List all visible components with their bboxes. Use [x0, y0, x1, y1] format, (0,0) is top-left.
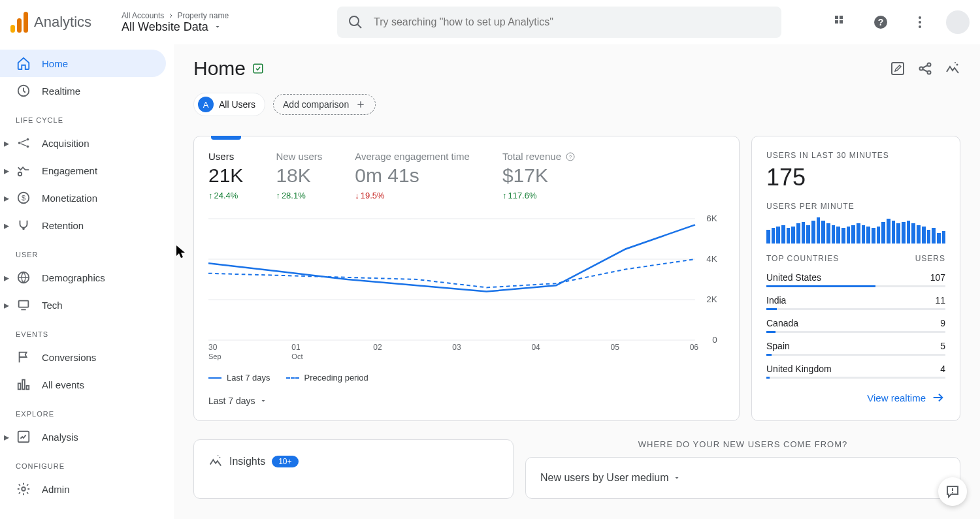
svg-point-3 [350, 16, 359, 25]
realtime-value: 175 [766, 164, 945, 191]
svg-point-35 [955, 62, 956, 63]
svg-line-4 [357, 24, 361, 28]
search-box[interactable] [337, 7, 781, 38]
svg-rect-30 [892, 63, 904, 74]
nav-analysis[interactable]: ▸ Analysis [0, 423, 174, 450]
insights-label: Insights [229, 456, 265, 467]
expand-icon[interactable]: ▸ [4, 272, 9, 284]
dropdown-icon [673, 474, 681, 482]
nav-home[interactable]: Home [0, 50, 166, 77]
nav-all-events[interactable]: All events [0, 371, 174, 398]
acquisition-section: WHERE DO YOUR NEW USERS COME FROM? New u… [525, 439, 960, 499]
nav-conversions[interactable]: Conversions [0, 343, 174, 371]
chevron-right-icon [167, 12, 174, 20]
nav-admin[interactable]: Admin [0, 475, 174, 503]
chart-x-labels: 30Sep01Oct0203040506 [208, 343, 725, 361]
medium-selector[interactable]: New users by User medium [540, 472, 945, 484]
svg-point-11 [919, 16, 921, 19]
header-actions: ? [828, 9, 970, 35]
expand-icon[interactable]: ▸ [4, 219, 9, 232]
globe-icon [16, 270, 31, 285]
customize-icon[interactable] [890, 61, 906, 76]
user-avatar[interactable] [946, 10, 970, 34]
arrow-up-icon: ↑ [276, 191, 280, 200]
apps-button[interactable] [828, 9, 855, 35]
spark-bar [922, 227, 926, 244]
feedback-button[interactable] [938, 477, 967, 506]
breadcrumb-view[interactable]: All Website Data [122, 20, 318, 34]
expand-icon[interactable]: ▸ [4, 431, 9, 443]
search-icon [348, 14, 363, 30]
help-circle-icon[interactable]: ? [565, 151, 576, 162]
nav-realtime[interactable]: Realtime [0, 77, 174, 104]
flag-icon [16, 349, 31, 365]
line-chart: 6K 4K 2K 0 [208, 212, 725, 343]
arrow-up-icon: ↑ [208, 191, 213, 200]
metric-new-users[interactable]: New users 18K ↑28.1% [276, 151, 355, 200]
feedback-icon [945, 484, 960, 499]
countries-header: TOP COUNTRIES USERS [766, 254, 945, 267]
nav-acquisition[interactable]: ▸ Acquisition [0, 129, 174, 157]
expand-icon[interactable]: ▸ [4, 137, 9, 149]
spark-bar [881, 222, 885, 244]
medium-label: New users by User medium [540, 472, 669, 484]
logo-area[interactable]: Analytics [10, 12, 122, 33]
expand-icon[interactable]: ▸ [4, 192, 9, 204]
mouse-cursor-icon [176, 245, 186, 259]
expand-icon[interactable]: ▸ [4, 165, 9, 177]
nav-demographics[interactable]: ▸ Demographics [0, 264, 174, 291]
country-bar [766, 377, 945, 379]
spark-bar [892, 221, 896, 244]
tech-icon [16, 297, 31, 313]
country-users: 107 [930, 272, 945, 283]
chip-all-label: All Users [219, 99, 255, 110]
metric-users[interactable]: Users 21K ↑24.4% [208, 151, 276, 200]
spark-bar [817, 217, 821, 244]
legend-current: Last 7 days [208, 373, 270, 383]
country-name: United Kingdom [766, 364, 832, 374]
share-icon[interactable] [917, 61, 933, 76]
metric-avg-engagement[interactable]: Average engagement time 0m 41s ↓19.5% [355, 151, 502, 200]
chip-all-users[interactable]: A All Users [193, 93, 265, 116]
nav-monetization-label: Monetization [42, 193, 97, 204]
nav-monetization[interactable]: ▸ $ Monetization [0, 184, 174, 212]
country-name: Spain [766, 341, 790, 351]
svg-text:2K: 2K [706, 295, 717, 304]
country-bar [766, 331, 945, 333]
title-actions [890, 61, 960, 76]
apps-icon [835, 16, 848, 29]
brand-text: Analytics [34, 14, 91, 31]
section-events: EVENTS [0, 319, 174, 343]
gear-icon [16, 481, 31, 497]
view-realtime-link[interactable]: View realtime [766, 390, 945, 405]
spark-bar [791, 227, 795, 244]
svg-rect-5 [835, 16, 838, 19]
nav-all-events-label: All events [42, 379, 84, 390]
monetization-icon: $ [16, 190, 31, 206]
nav-retention[interactable]: ▸ Retention [0, 212, 174, 239]
search-input[interactable] [374, 16, 771, 28]
expand-icon[interactable]: ▸ [4, 299, 9, 311]
country-bar [766, 354, 945, 356]
help-button[interactable]: ? [868, 9, 894, 35]
metric-users-label: Users [208, 151, 243, 162]
insights-badge: 10+ [272, 456, 298, 467]
sparkline [766, 217, 945, 244]
add-comparison-button[interactable]: Add comparison [273, 94, 376, 115]
nav-acquisition-label: Acquisition [42, 138, 90, 149]
spark-bar [937, 233, 941, 244]
help-icon: ? [873, 14, 889, 30]
svg-rect-1 [17, 18, 22, 33]
main-content: Home A All Users Add comparison [174, 44, 980, 519]
nav-tech[interactable]: ▸ Tech [0, 291, 174, 319]
country-bar [766, 285, 945, 287]
more-button[interactable] [907, 9, 933, 35]
date-range-selector[interactable]: Last 7 days [208, 396, 725, 406]
insights-icon[interactable] [945, 61, 960, 76]
arrow-down-icon: ↓ [355, 191, 359, 200]
nav-engagement[interactable]: ▸ Engagement [0, 157, 174, 184]
section-title: WHERE DO YOUR NEW USERS COME FROM? [525, 439, 960, 449]
nav-admin-label: Admin [42, 484, 70, 495]
breadcrumb[interactable]: All Accounts Property name All Website D… [122, 11, 318, 34]
metric-total-revenue[interactable]: Total revenue? $17K ↑117.6% [502, 151, 608, 200]
